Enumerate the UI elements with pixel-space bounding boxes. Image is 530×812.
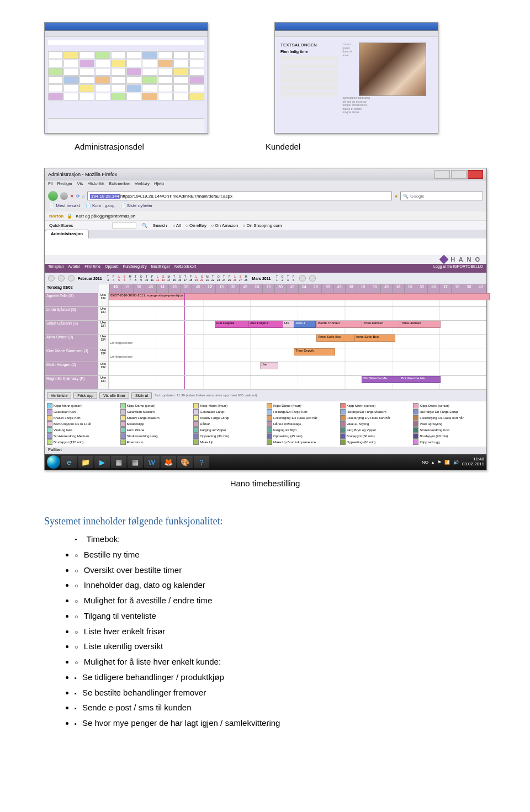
firefox-icon[interactable]: 🦊 — [161, 456, 176, 468]
tab-admin[interactable]: Administrasjon — [45, 230, 89, 238]
qs-radio[interactable]: ○ On Amazon — [211, 223, 239, 228]
bookmark-item[interactable]: 📄 Siste nyheter — [120, 203, 153, 211]
qs-search-label[interactable]: Search — [153, 223, 167, 228]
sub-list-item: Sende e-post / sms til kunden — [75, 700, 486, 715]
month-feb: Februar 2011 — [78, 277, 102, 280]
menu-item[interactable]: Rediger — [57, 181, 72, 189]
reload-icon[interactable]: ⟳ — [76, 194, 80, 199]
action-button[interactable]: Venteliste — [47, 392, 71, 399]
sub-list-item: Se hvor mye penger de har lagt igjen / s… — [75, 715, 486, 731]
norton-item[interactable]: Kort og påloggingsinformasjon — [76, 214, 135, 219]
legend-item: Coloration Langt — [193, 409, 264, 415]
tray-up-icon[interactable]: ▴ — [432, 460, 434, 465]
menu-bar: FilRedigerVisHistorikkBokmerkerVerktøyHj… — [45, 181, 486, 189]
app-icon-2[interactable]: ▦ — [128, 456, 143, 468]
appointment[interactable]: Jens J — [294, 321, 316, 328]
back-button[interactable] — [48, 191, 58, 201]
url-host: 194.19.28.144 — [90, 194, 120, 199]
date-prev2[interactable] — [58, 275, 65, 282]
explorer-icon[interactable]: 📁 — [78, 456, 93, 468]
menu-item[interactable]: Hjelp — [154, 181, 164, 189]
tray-date: 03.02.2011 — [462, 462, 484, 467]
qs-radio[interactable]: ○ All — [172, 223, 182, 228]
home-icon[interactable]: ⌂ — [82, 194, 85, 199]
ie-icon[interactable]: e — [61, 456, 77, 468]
word-icon[interactable]: W — [144, 456, 160, 468]
stop-icon[interactable]: ✕ — [70, 194, 74, 199]
tray-vol-icon[interactable]: 🔊 — [453, 460, 459, 465]
legend-item: Helfarge/En Farge Medium — [340, 409, 411, 415]
hano-logo-text: H A N O — [451, 256, 481, 263]
legend-item: Hel farge/ En Farge Langt — [413, 409, 484, 415]
forward-button[interactable] — [60, 192, 68, 200]
action-button[interactable]: Frisk opp — [73, 392, 97, 399]
media-icon[interactable]: ▶ — [94, 456, 110, 468]
app-menu-bar: TimeplanAvtalerFinn timeOppsettKunderegi… — [45, 264, 486, 273]
menu-item[interactable]: Vis — [77, 181, 83, 189]
action-button[interactable]: Vis alle timer — [99, 392, 129, 399]
app-menu-item[interactable]: Avtaler — [68, 264, 81, 272]
date-prev3[interactable] — [68, 275, 75, 282]
date-next2[interactable] — [309, 275, 316, 282]
close-button[interactable] — [468, 170, 483, 179]
legend-item: Klipp-Mann (frisør) — [193, 403, 264, 408]
appointment[interactable]: Thea Hansen — [362, 321, 402, 328]
tab-bar: Administrasjon — [45, 230, 486, 238]
appointment[interactable]: Aud Folgerø — [248, 321, 286, 328]
minimize-button[interactable] — [434, 170, 450, 179]
legend-item: Oppsetting (45 min) — [267, 433, 338, 439]
legend-item: Oppsetting (60 min) — [340, 439, 411, 445]
bookmark-item[interactable]: 📄 Mest besøkt — [49, 203, 80, 211]
maximize-button[interactable] — [451, 170, 467, 179]
action-button[interactable]: Skriv ut — [131, 392, 152, 399]
app-menu-item[interactable]: Oppsett — [105, 264, 119, 272]
tray-flag-icon[interactable]: ⚑ — [437, 460, 441, 465]
appointment[interactable]: Anne Sofie Bue — [354, 335, 395, 342]
appointment[interactable]: Brit Wenche Me — [362, 376, 402, 383]
date-next[interactable] — [299, 275, 306, 282]
star-icon[interactable]: ★ — [394, 194, 398, 199]
appointment[interactable]: Bente Thorsen — [316, 321, 365, 328]
legend-item: Make Up Brud inkl.prøvetime — [267, 439, 338, 445]
app-menu-item[interactable]: Finn time — [84, 264, 100, 272]
menu-item[interactable]: Historikk — [87, 181, 104, 189]
appointment[interactable]: Ute — [260, 362, 278, 369]
qs-search-field[interactable] — [112, 222, 136, 229]
search-box[interactable]: 🔍Google — [400, 192, 483, 200]
app-menu-item[interactable]: Kunderegistry — [123, 264, 147, 272]
start-button[interactable] — [47, 455, 60, 469]
appointment[interactable]: Trine Dypvik — [294, 348, 335, 355]
appointment[interactable]: Brit Wenche Me — [400, 376, 441, 383]
appointment[interactable]: Anne Sofie Bue — [316, 335, 357, 342]
menu-item[interactable]: Fil — [48, 181, 52, 189]
qs-radio[interactable]: ○ On eBay — [186, 223, 208, 228]
appointment[interactable]: Thea Hansen — [400, 321, 441, 328]
logout-link[interactable]: Logg ut fra IGPORTOBELLO — [433, 264, 483, 272]
menu-item[interactable]: Verktøy — [135, 181, 150, 189]
bookmark-item[interactable]: 📄 Kom i gang — [86, 203, 115, 211]
address-bar[interactable]: 194.19.28.144 https://194.19.28.144/OnTi… — [87, 192, 392, 200]
appointment[interactable]: Aud Folgerø — [215, 321, 252, 328]
qs-radio[interactable]: ○ On Shopping.com — [242, 223, 282, 228]
thumbnail-customer: TEXTSALONGEN Finn ledig time Lorem ipsum… — [274, 22, 438, 134]
menu-item[interactable]: Bokmerker — [109, 181, 130, 189]
app-icon[interactable]: ▦ — [111, 456, 126, 468]
legend-item: Oppsetting (30 min) — [193, 433, 264, 439]
legend-item: Coloration Kort — [47, 409, 118, 415]
help-icon[interactable]: ? — [194, 456, 209, 468]
tray-net-icon[interactable]: 📶 — [444, 460, 450, 465]
legend-item: Brudepynt (120 min) — [47, 439, 118, 445]
quickstores-label: QuickStores — [49, 223, 73, 228]
list-item: Tilgang til venteliste — [75, 608, 486, 624]
date-prev[interactable] — [48, 275, 55, 282]
tray-lang[interactable]: NO — [422, 460, 428, 465]
quickstores-toolbar: QuickStores 🔍 Search ○ All ○ On eBay ○ O… — [45, 220, 486, 230]
staff-name: Malin Haugen (J) — [45, 362, 98, 375]
app-menu-item[interactable]: Timeplan — [48, 264, 64, 272]
paint-icon[interactable]: 🎨 — [177, 456, 193, 468]
app-menu-item[interactable]: Nettetidskort — [174, 264, 196, 272]
staff-row: Kine Marie Sørensen (J)UkeDRLærlingsemin… — [45, 348, 486, 362]
legend-item: Strukturendring Kort — [413, 427, 484, 433]
app-menu-item[interactable]: Bestillinger — [151, 264, 170, 272]
legend-item: Extensions — [120, 439, 192, 445]
